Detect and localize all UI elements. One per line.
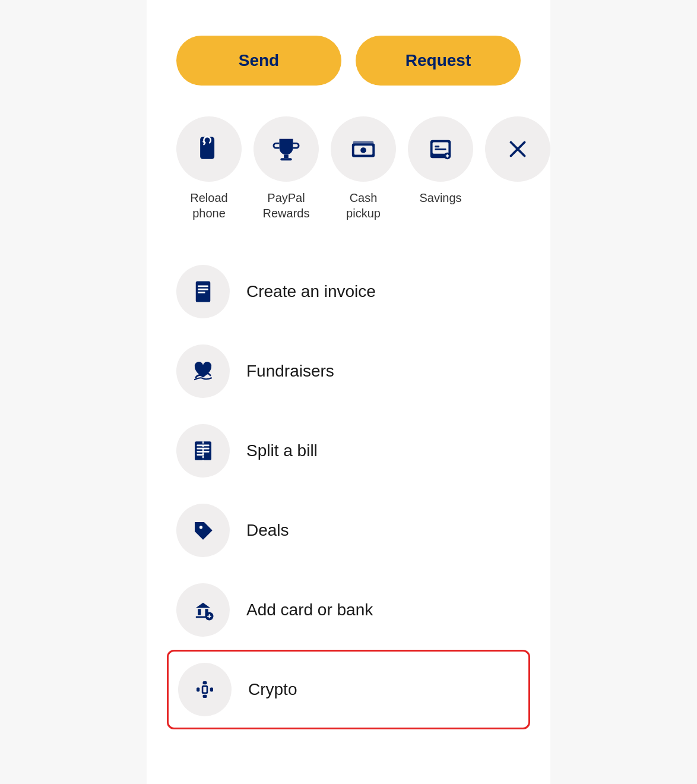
request-button[interactable]: Request <box>356 36 521 86</box>
crypto-icon <box>192 677 217 702</box>
svg-rect-12 <box>435 148 446 150</box>
quick-action-paypal-rewards[interactable]: PayPalRewards <box>254 116 319 221</box>
svg-rect-19 <box>198 286 208 287</box>
main-container: Send Request Reloadphone <box>147 0 550 784</box>
svg-rect-36 <box>203 695 207 698</box>
svg-rect-11 <box>435 146 439 147</box>
create-invoice-label: Create an invoice <box>246 282 376 301</box>
deals-label: Deals <box>246 521 289 540</box>
invoice-icon-circle <box>176 265 230 318</box>
svg-rect-29 <box>198 609 201 615</box>
paypal-rewards-circle <box>254 116 319 182</box>
crypto-icon-circle <box>178 663 232 716</box>
fundraisers-icon <box>191 359 216 384</box>
crypto-label: Crypto <box>248 680 297 699</box>
svg-rect-21 <box>198 292 205 293</box>
reload-phone-circle <box>176 116 242 182</box>
action-buttons-row: Send Request <box>176 36 521 86</box>
svg-point-28 <box>199 526 202 529</box>
svg-rect-15 <box>446 156 449 157</box>
svg-point-7 <box>360 147 366 153</box>
list-item-deals[interactable]: Deals <box>176 491 521 570</box>
list-item-fundraisers[interactable]: Fundraisers <box>176 331 521 411</box>
quick-action-cash-pickup[interactable]: Cashpickup <box>331 116 396 221</box>
list-item-split-bill[interactable]: Split a bill <box>176 411 521 491</box>
svg-rect-3 <box>284 155 289 159</box>
close-icon <box>504 135 531 163</box>
list-item-crypto[interactable]: Crypto <box>167 650 530 729</box>
cash-pickup-circle <box>331 116 396 182</box>
split-bill-label: Split a bill <box>246 441 318 460</box>
list-items-section: Create an invoice Fundraisers <box>176 252 521 729</box>
svg-rect-38 <box>210 688 213 692</box>
list-item-add-card-bank[interactable]: Add card or bank <box>176 570 521 650</box>
fundraisers-label: Fundraisers <box>246 362 334 381</box>
savings-icon <box>427 135 454 163</box>
paypal-rewards-label: PayPalRewards <box>263 190 310 221</box>
svg-rect-25 <box>197 451 210 453</box>
svg-rect-37 <box>197 688 199 692</box>
svg-rect-34 <box>207 616 211 617</box>
savings-circle <box>408 116 473 182</box>
svg-rect-35 <box>203 681 207 684</box>
list-item-create-invoice[interactable]: Create an invoice <box>176 252 521 331</box>
quick-action-savings[interactable]: Savings <box>408 116 473 206</box>
split-bill-icon <box>191 438 216 463</box>
quick-actions-row: Reloadphone PayPalRewards <box>176 116 521 221</box>
fundraisers-icon-circle <box>176 344 230 398</box>
reload-phone-icon <box>195 135 223 163</box>
svg-rect-40 <box>203 687 206 693</box>
close-circle <box>485 116 550 182</box>
add-bank-icon <box>191 598 216 622</box>
deals-icon <box>191 518 216 543</box>
svg-point-2 <box>206 155 208 157</box>
add-bank-icon-circle <box>176 583 230 637</box>
split-bill-icon-circle <box>176 424 230 478</box>
deals-icon-circle <box>176 504 230 557</box>
svg-rect-8 <box>353 141 374 145</box>
cash-pickup-label: Cashpickup <box>346 190 381 221</box>
svg-rect-20 <box>198 289 208 290</box>
trophy-icon <box>273 135 300 163</box>
invoice-icon <box>191 279 216 304</box>
add-card-bank-label: Add card or bank <box>246 600 373 619</box>
svg-rect-4 <box>280 158 292 160</box>
savings-label: Savings <box>419 190 461 206</box>
quick-action-close[interactable] <box>485 116 550 190</box>
send-button[interactable]: Send <box>176 36 341 86</box>
svg-rect-10 <box>433 143 449 154</box>
reload-phone-label: Reloadphone <box>190 190 227 221</box>
cash-pickup-icon <box>350 135 377 163</box>
quick-action-reload-phone[interactable]: Reloadphone <box>176 116 242 221</box>
